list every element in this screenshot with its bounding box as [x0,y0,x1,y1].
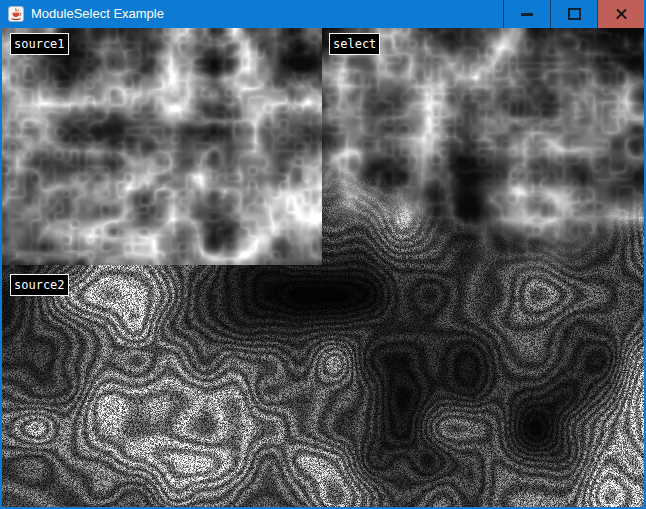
window-title: ModuleSelect Example [31,0,164,28]
label-source2: source2 [10,274,69,296]
label-source1: source1 [10,33,69,55]
label-select: select [329,33,380,55]
java-coffee-cup-icon [8,6,24,22]
noise-render-area: source1 select source2 [2,28,644,507]
maximize-button[interactable] [550,0,597,28]
maximize-icon [568,8,581,20]
titlebar[interactable]: ModuleSelect Example [0,0,646,28]
minimize-icon [521,13,533,16]
app-window: ModuleSelect Example source1 select sour… [0,0,646,509]
minimize-button[interactable] [503,0,550,28]
close-button[interactable] [597,0,644,28]
close-icon [615,8,628,21]
window-controls [503,0,644,28]
noise-canvas [2,28,644,507]
